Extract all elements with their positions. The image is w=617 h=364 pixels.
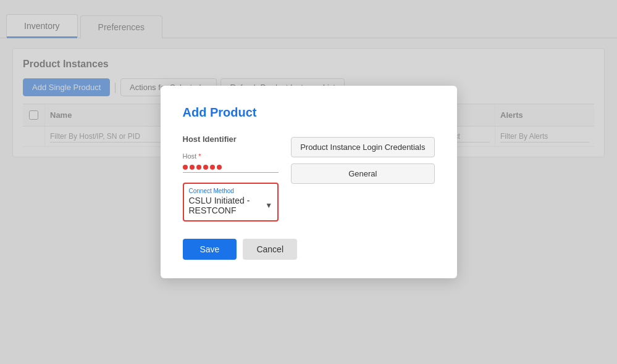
dot-3: [196, 165, 201, 170]
connect-method-select[interactable]: CSLU Initiated - RESTCONF ▼: [189, 196, 273, 215]
connect-method-label: Connect Method: [189, 188, 273, 194]
dot-5: [210, 165, 215, 170]
dot-2: [190, 165, 195, 170]
host-field-group: Host *: [183, 152, 279, 173]
product-instance-login-credentials-button[interactable]: Product Instance Login Credentials: [291, 137, 434, 157]
dot-1: [183, 165, 188, 170]
dot-4: [203, 165, 208, 170]
add-product-modal: Add Product Host Identifier Host *: [161, 86, 457, 278]
modal-overlay: Add Product Host Identifier Host *: [0, 0, 617, 364]
modal-left: Host Identifier Host *: [183, 134, 279, 221]
modal-footer: Save Cancel: [183, 236, 435, 260]
host-field-label: Host *: [183, 152, 279, 160]
general-button[interactable]: General: [291, 163, 434, 184]
dot-6: [217, 165, 222, 170]
host-field-display: [183, 162, 279, 173]
modal-title: Add Product: [183, 105, 435, 120]
modal-body: Host Identifier Host *: [183, 134, 435, 221]
modal-right: Product Instance Login Credentials Gener…: [291, 134, 434, 221]
required-marker: *: [198, 152, 201, 160]
chevron-down-icon: ▼: [265, 201, 272, 210]
connect-method-value: CSLU Initiated - RESTCONF: [189, 196, 266, 215]
host-identifier-label: Host Identifier: [183, 134, 279, 144]
save-button[interactable]: Save: [183, 239, 237, 260]
connect-method-dropdown[interactable]: Connect Method CSLU Initiated - RESTCONF…: [183, 183, 279, 221]
cancel-button[interactable]: Cancel: [243, 239, 297, 260]
